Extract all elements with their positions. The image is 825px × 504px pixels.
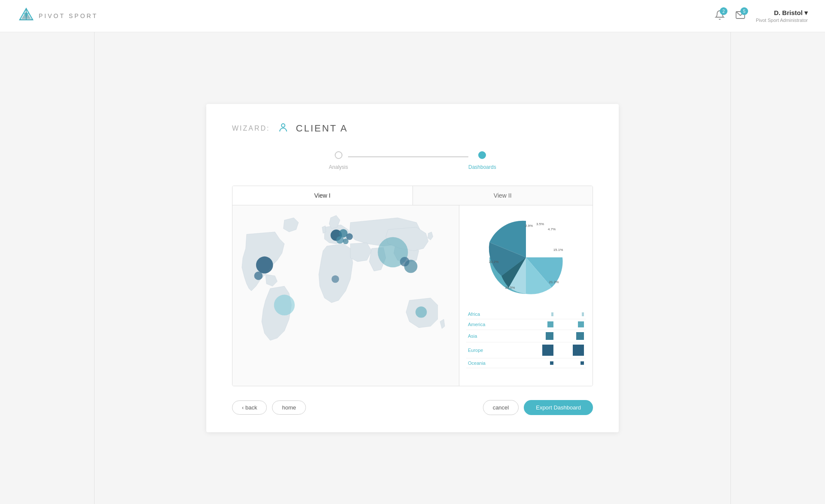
step-label-analysis: Analysis: [329, 164, 348, 170]
pie-section: 2.9% 3.5% 4.7% 15.1% 21.2% 29.5% 22.2%: [466, 212, 586, 302]
svg-text:4.7%: 4.7%: [548, 227, 556, 231]
user-role: Pivot Sport Administrator: [756, 18, 808, 23]
content-area: WIZARD: CLIENT A Analysis: [95, 32, 730, 504]
legend-row-europe: Europe: [466, 342, 586, 358]
svg-point-18: [332, 275, 339, 283]
legend-bars-africa: [551, 312, 584, 316]
legend-bar2-africa: [582, 312, 584, 316]
wizard-footer: ‹ back home cancel Export Dashboard: [232, 400, 593, 415]
logo: PIVOT SPORT: [17, 7, 98, 25]
svg-point-13: [343, 238, 348, 244]
step-circle-analysis: [335, 151, 342, 159]
legend-row-oceania: Oceania: [466, 358, 586, 368]
tab-view-1[interactable]: View I: [232, 186, 413, 205]
view-container: View I View II: [232, 186, 593, 386]
svg-point-16: [400, 257, 409, 266]
view-tabs: View I View II: [232, 186, 593, 205]
legend-row-america: America: [466, 319, 586, 330]
sidebar-left: [0, 32, 95, 504]
wizard-panel: WIZARD: CLIENT A Analysis: [206, 104, 619, 432]
view-chart: 2.9% 3.5% 4.7% 15.1% 21.2% 29.5% 22.2%: [459, 205, 593, 386]
bell-badge: 2: [720, 7, 727, 15]
wizard-header: WIZARD: CLIENT A: [232, 121, 593, 136]
tab-view-2[interactable]: View II: [413, 186, 593, 205]
legend-bars-europe: [542, 345, 584, 356]
svg-point-8: [254, 272, 263, 280]
step-label-dashboards: Dashboards: [468, 164, 496, 170]
legend-bar2-asia: [576, 332, 584, 340]
bell-button[interactable]: 2: [715, 10, 725, 22]
svg-text:15.1%: 15.1%: [553, 248, 563, 252]
legend-region-oceania: Oceania: [468, 360, 547, 366]
export-dashboard-button[interactable]: Export Dashboard: [524, 400, 593, 415]
legend-region-asia: Asia: [468, 333, 542, 339]
pie-chart-svg: 2.9% 3.5% 4.7% 15.1% 21.2% 29.5% 22.2%: [481, 212, 571, 302]
mail-button[interactable]: 5: [735, 10, 746, 22]
step-connector: [348, 156, 468, 157]
legend-bar1-europe: [542, 345, 553, 356]
back-button[interactable]: ‹ back: [232, 400, 267, 415]
svg-text:2.9%: 2.9%: [525, 224, 533, 228]
legend-bars-oceania: [550, 361, 584, 365]
world-map-svg: [232, 205, 459, 386]
wizard-client-name: CLIENT A: [296, 123, 348, 134]
legend-bar2-america: [578, 321, 584, 327]
legend-bar1-america: [547, 321, 553, 327]
step-dashboards: Dashboards: [468, 151, 496, 170]
legend-bar1-africa: [551, 312, 553, 316]
view-content: 2.9% 3.5% 4.7% 15.1% 21.2% 29.5% 22.2%: [232, 205, 593, 386]
bubble-na-large: [256, 257, 273, 274]
legend-bar2-oceania: [581, 361, 584, 365]
svg-text:21.2%: 21.2%: [549, 280, 559, 284]
client-icon: [277, 121, 289, 136]
legend-region-europe: Europe: [468, 348, 539, 353]
legend-bar1-asia: [546, 332, 553, 340]
legend-region-america: America: [468, 322, 544, 327]
mail-badge: 5: [740, 7, 748, 15]
back-arrow: ‹: [242, 404, 245, 411]
sidebar-right: [730, 32, 825, 504]
logo-text-right: SPORT: [69, 12, 98, 19]
main-container: WIZARD: CLIENT A Analysis: [0, 32, 825, 504]
stepper: Analysis Dashboards: [232, 151, 593, 170]
nav-right: 2 5 D. Bristol ▾ Pivot Sport Administrat…: [715, 9, 808, 23]
step-analysis: Analysis: [329, 151, 348, 170]
logo-icon: [17, 7, 35, 25]
legend-table: Africa America: [466, 309, 586, 368]
legend-row-africa: Africa: [466, 309, 586, 319]
svg-point-6: [281, 124, 285, 127]
svg-point-17: [274, 295, 295, 315]
wizard-label: WIZARD:: [232, 125, 270, 132]
cancel-button[interactable]: cancel: [483, 400, 519, 415]
step-circle-dashboards: [478, 151, 486, 159]
legend-region-africa: Africa: [468, 312, 548, 317]
user-name: D. Bristol ▾: [774, 9, 808, 17]
svg-text:22.2%: 22.2%: [489, 260, 499, 264]
legend-row-asia: Asia: [466, 330, 586, 342]
svg-text:3.5%: 3.5%: [536, 222, 544, 226]
user-menu[interactable]: D. Bristol ▾ Pivot Sport Administrator: [756, 9, 808, 23]
svg-point-19: [416, 306, 427, 318]
legend-bar1-oceania: [550, 361, 553, 365]
svg-point-12: [336, 236, 344, 244]
home-button[interactable]: home: [272, 400, 306, 415]
view-map: [232, 205, 459, 386]
svg-text:29.5%: 29.5%: [505, 286, 515, 290]
navbar: PIVOT SPORT 2 5 D. Bristol ▾ Pivot Sport…: [0, 0, 825, 32]
footer-left: ‹ back home: [232, 400, 306, 415]
legend-bar2-europe: [573, 345, 584, 356]
legend-bars-asia: [546, 332, 584, 340]
logo-text-left: PIVOT: [39, 12, 65, 19]
legend-bars-america: [547, 321, 584, 327]
footer-right: cancel Export Dashboard: [483, 400, 593, 415]
